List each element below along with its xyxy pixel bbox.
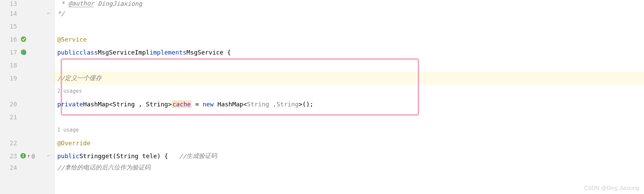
comma: ,	[135, 101, 146, 108]
gutter: 13 14 ⌐ 15 16 17	[0, 0, 55, 194]
keyword-implements: implements	[150, 49, 186, 56]
angle-bracket: >	[168, 101, 172, 108]
annotation-service: @Service	[57, 36, 87, 43]
brace: {	[160, 152, 168, 160]
comma: ,	[269, 101, 277, 108]
line-number: 22	[0, 139, 19, 147]
spring-bean-icon[interactable]	[20, 36, 27, 42]
code-line[interactable]: public class MsgServiceImpl implements M…	[55, 46, 644, 59]
keyword-public: public	[57, 152, 79, 160]
gutter-row[interactable]: 14 ⌐	[0, 7, 54, 20]
comment-text: 拿给的电话的后六位作为验证码	[65, 163, 151, 171]
javadoc-tag: @author	[68, 0, 94, 7]
implements-icon[interactable]: I	[20, 153, 26, 159]
code-line-current[interactable]: //定义一个缓存	[55, 72, 644, 85]
line-number: 23	[0, 152, 19, 160]
type-param: String	[276, 101, 298, 108]
line-number: 16	[0, 36, 19, 43]
gutter-row[interactable]: 24	[0, 162, 54, 173]
code-line-hint[interactable]: 2 usages	[55, 85, 644, 98]
code-line[interactable]: //拿给的电话的后六位作为验证码	[55, 162, 644, 173]
angle-bracket: <	[109, 101, 113, 108]
gutter-row[interactable]: 16	[0, 33, 54, 46]
comment-slash: //	[168, 152, 186, 160]
arrow-up-icon[interactable]: ↑	[27, 153, 30, 159]
svg-point-0	[21, 36, 26, 42]
keyword-public: public	[57, 49, 79, 56]
code-line[interactable]: public String get(String tele) { //生成验证码	[55, 149, 644, 162]
keyword-new: new	[203, 101, 214, 108]
gutter-row[interactable]	[0, 85, 54, 98]
line-number: 15	[0, 23, 19, 30]
gutter-row[interactable]: 15	[0, 20, 54, 33]
spring-component-icon[interactable]	[20, 49, 27, 55]
paren: (	[113, 152, 117, 160]
code-line[interactable]: */	[55, 7, 644, 20]
brace: {	[224, 49, 231, 56]
fold-end-icon[interactable]: ⌐	[47, 11, 50, 16]
paren: )	[157, 152, 161, 160]
type-string: String	[113, 101, 135, 108]
code-line[interactable]: @Service	[55, 33, 644, 46]
gutter-row[interactable]: 21	[0, 110, 54, 123]
keyword-private: private	[57, 101, 83, 108]
method-get: get	[102, 152, 113, 160]
field-cache: cache	[172, 100, 191, 108]
code-line-hint[interactable]: 1 usage	[55, 123, 644, 136]
svg-point-2	[23, 51, 26, 55]
line-number: 21	[0, 114, 19, 121]
interface-name: MsgService	[186, 49, 223, 56]
param-type: String	[116, 152, 138, 160]
line-number: 14	[0, 10, 19, 17]
angle-bracket: <	[243, 101, 247, 108]
type-string: String	[79, 152, 102, 160]
param-name: tele	[138, 152, 157, 160]
line-number: 20	[0, 101, 19, 108]
code-line[interactable]	[55, 110, 644, 123]
parens-semicolon: ();	[302, 101, 313, 108]
line-number: 17	[0, 49, 19, 56]
comment-end: */	[57, 10, 65, 17]
code-line[interactable]: * @author DingJiaxiong	[55, 0, 644, 7]
gutter-row[interactable]: 22	[0, 136, 54, 149]
gutter-row[interactable]: 13	[0, 0, 54, 7]
equals: =	[191, 101, 203, 108]
code-line[interactable]	[55, 20, 644, 33]
line-number: 24	[0, 164, 19, 171]
type-param: String	[247, 101, 269, 108]
gutter-row[interactable]: 18	[0, 59, 54, 72]
code-editor: 13 14 ⌐ 15 16 17	[0, 0, 644, 194]
line-number: 19	[0, 75, 19, 82]
keyword-class: class	[79, 49, 98, 56]
comment-slash: //	[57, 75, 65, 82]
comment-slash: //	[57, 164, 65, 171]
angle-bracket: >	[299, 101, 303, 108]
code-line[interactable]: private HashMap<String , String> cache =…	[55, 98, 644, 110]
javadoc-author: DingJiaxiong	[98, 0, 142, 7]
class-name: MsgServiceImpl	[98, 49, 150, 56]
gutter-row[interactable]	[0, 123, 54, 136]
comment-text: 生成验证码	[186, 152, 217, 160]
type-hashmap: HashMap	[83, 101, 109, 108]
usages-hint[interactable]: 2 usages	[57, 88, 82, 94]
annotation-override: @Override	[57, 139, 91, 147]
gutter-row[interactable]: 23 I ↑ @ ⌐	[0, 149, 54, 162]
gutter-row[interactable]: 20	[0, 98, 54, 110]
gutter-row[interactable]: 19	[0, 72, 54, 85]
at-icon: @	[31, 153, 35, 159]
type-hashmap: HashMap	[214, 101, 243, 108]
gutter-row[interactable]: 17	[0, 46, 54, 59]
code-area[interactable]: * @author DingJiaxiong */ @Service publi…	[55, 0, 644, 194]
code-line[interactable]	[55, 59, 644, 72]
fold-start-icon[interactable]: ⌐	[47, 153, 50, 159]
line-number: 18	[0, 62, 19, 69]
usages-hint[interactable]: 1 usage	[57, 127, 79, 133]
line-number: 13	[0, 0, 19, 7]
type-string: String	[146, 101, 168, 108]
watermark: CSDN @Ding Jiaxiong	[584, 185, 639, 191]
code-line[interactable]: @Override	[55, 136, 644, 149]
comment-text: 定义一个缓存	[65, 74, 102, 82]
